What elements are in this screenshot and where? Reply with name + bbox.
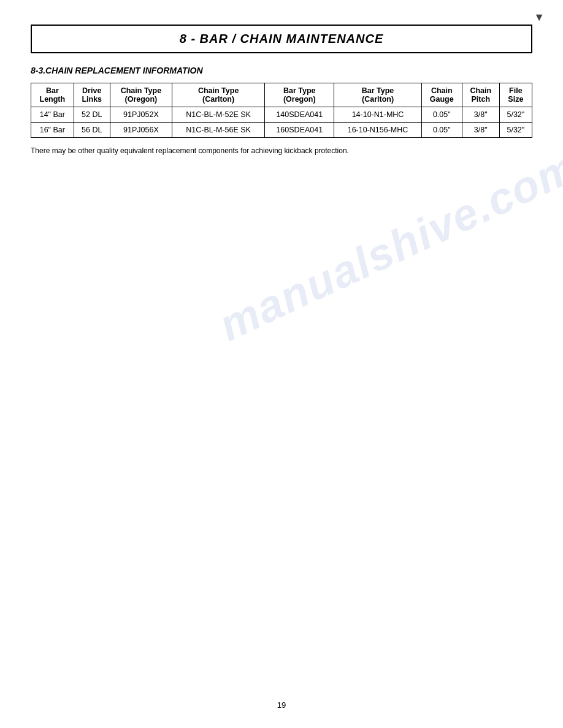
table-body: 14" Bar52 DL91PJ052XN1C-BL-M-52E SK140SD… (31, 107, 532, 138)
table-cell: 0.05" (421, 123, 462, 138)
table-cell: 91PJ052X (110, 107, 172, 123)
table-cell: 52 DL (74, 107, 110, 123)
main-title: 8 - BAR / CHAIN MAINTENANCE (180, 32, 384, 45)
section-title: 8-3.CHAIN REPLACEMENT INFORMATION (31, 66, 532, 75)
col-bar-length: BarLength (31, 83, 74, 107)
col-chain-pitch: ChainPitch (462, 83, 499, 107)
watermark: manualshive.com (212, 141, 563, 351)
table-cell: N1C-BL-M-56E SK (172, 123, 265, 138)
table-cell: 0.05" (421, 107, 462, 123)
col-chain-type-oregon: Chain Type(Oregon) (110, 83, 172, 107)
table-row: 16" Bar56 DL91PJ056XN1C-BL-M-56E SK160SD… (31, 123, 532, 138)
table-cell: 16" Bar (31, 123, 74, 138)
page-container: ▼ 8 - BAR / CHAIN MAINTENANCE 8-3.CHAIN … (0, 0, 563, 728)
table-header-row: BarLength DriveLinks Chain Type(Oregon) … (31, 83, 532, 107)
col-bar-type-oregon: Bar Type(Oregon) (265, 83, 334, 107)
table-cell: N1C-BL-M-52E SK (172, 107, 265, 123)
page-number: 19 (277, 700, 286, 710)
table-cell: 3/8" (462, 107, 499, 123)
col-chain-type-carlton: Chain Type(Carlton) (172, 83, 265, 107)
col-drive-links: DriveLinks (74, 83, 110, 107)
table-cell: 5/32" (499, 107, 532, 123)
main-title-box: 8 - BAR / CHAIN MAINTENANCE (31, 25, 532, 53)
table-cell: 14" Bar (31, 107, 74, 123)
col-bar-type-carlton: Bar Type(Carlton) (334, 83, 421, 107)
col-chain-gauge: ChainGauge (421, 83, 462, 107)
table-cell: 56 DL (74, 123, 110, 138)
table-row: 14" Bar52 DL91PJ052XN1C-BL-M-52E SK140SD… (31, 107, 532, 123)
table-cell: 140SDEA041 (265, 107, 334, 123)
table-cell: 16-10-N156-MHC (334, 123, 421, 138)
corner-mark: ▼ (534, 11, 545, 24)
table-cell: 3/8" (462, 123, 499, 138)
footnote: There may be other quality equivalent re… (31, 146, 532, 155)
table-cell: 160SDEA041 (265, 123, 334, 138)
table-cell: 5/32" (499, 123, 532, 138)
replacement-info-table: BarLength DriveLinks Chain Type(Oregon) … (31, 83, 532, 138)
table-cell: 14-10-N1-MHC (334, 107, 421, 123)
col-file-size: FileSize (499, 83, 532, 107)
table-cell: 91PJ056X (110, 123, 172, 138)
